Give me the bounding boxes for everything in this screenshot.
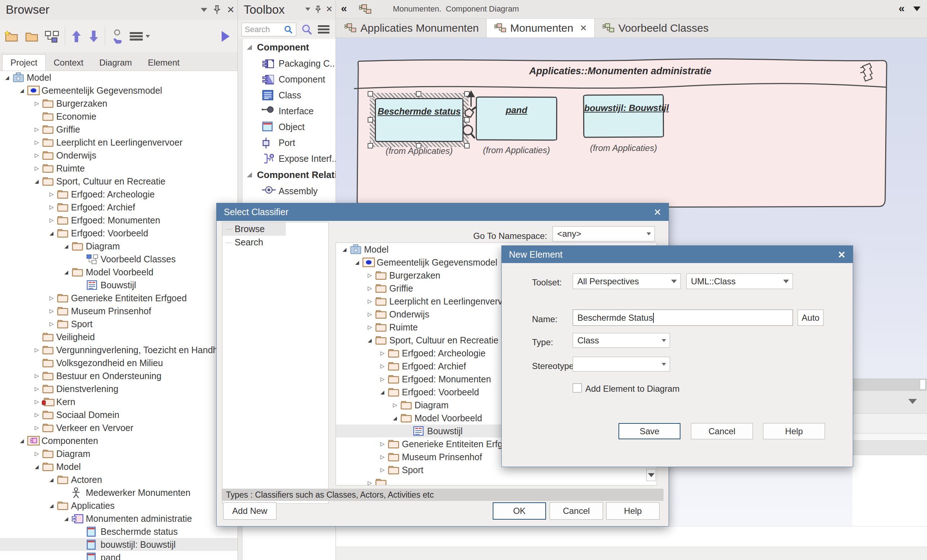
resize-handle[interactable] <box>368 143 373 149</box>
stereotype-dropdown[interactable] <box>573 357 670 372</box>
pin-icon[interactable] <box>214 5 220 14</box>
save-button[interactable]: Save <box>619 423 681 439</box>
browser-tab-element[interactable]: Element <box>140 55 187 71</box>
dialog-titlebar[interactable]: Select Classifier ✕ <box>217 203 669 221</box>
help-button[interactable]: Help <box>763 423 825 439</box>
expand-arrow-icon[interactable]: ▷ <box>366 480 373 486</box>
add-to-diagram-checkbox[interactable] <box>573 383 582 392</box>
tree-item-bouwstijl[interactable]: Bouwstijl <box>0 279 237 291</box>
tree-item-sociaal-domein[interactable]: ▷Sociaal Domein <box>0 408 237 421</box>
tree-item-medewerker-monumenten[interactable]: Medewerker Monumenten <box>0 486 237 499</box>
resize-handle[interactable] <box>464 143 470 149</box>
tree-item-applicaties[interactable]: ◢Applicaties <box>0 499 237 512</box>
tree-item-bouwstijl-bouwstijl[interactable]: bouwstijl: Bouwstijl <box>0 538 237 551</box>
expand-arrow-icon[interactable]: ▷ <box>379 467 386 473</box>
add-new-button[interactable]: Add New <box>223 502 277 520</box>
collapse-arrow-icon[interactable]: ◢ <box>18 88 26 93</box>
collapse-arrow-icon[interactable]: ◢ <box>18 438 26 444</box>
expand-arrow-icon[interactable]: ▷ <box>33 399 40 405</box>
tree-item-pand[interactable]: pand <box>0 551 237 560</box>
tree-item-kern[interactable]: ▷Kern <box>0 395 237 408</box>
expand-arrow-icon[interactable]: ▷ <box>366 285 373 291</box>
tab-close-icon[interactable]: ✕ <box>580 23 587 33</box>
cancel-button[interactable]: Cancel <box>550 502 603 520</box>
tree-item-gemeentelijk-gegevensmodel[interactable]: ◢Gemeentelijk Gegevensmodel <box>0 84 237 97</box>
collapse-arrow-icon[interactable]: ◢ <box>4 74 11 80</box>
tree-item-erfgoed-archief[interactable]: ▷Erfgoed: Archief <box>0 201 237 214</box>
tree-item-beschermde-status[interactable]: Beschermde status <box>0 525 237 538</box>
tree-item-veiligheid[interactable]: Veiligheid <box>0 331 237 343</box>
collapse-arrow-icon[interactable]: ◢ <box>366 337 373 343</box>
expand-arrow-icon[interactable]: ▷ <box>33 126 40 133</box>
tree-item-griffie[interactable]: ▷Griffie <box>0 123 237 136</box>
scrollbar-down-button[interactable] <box>646 469 656 481</box>
tree-item-model[interactable]: ◢Model <box>0 71 237 84</box>
quicklink-arrow-icon[interactable] <box>467 90 476 108</box>
hamburger-menu-icon[interactable] <box>129 30 150 42</box>
search-input[interactable]: Search <box>242 23 296 36</box>
expand-arrow-icon[interactable]: ▷ <box>379 363 386 369</box>
tree-item-diagram[interactable]: ▷Diagram <box>0 447 237 460</box>
tree-item-monumenten-administratie[interactable]: ◢Monumenten administratie <box>0 512 237 525</box>
namespace-dropdown[interactable]: <any> <box>553 226 655 241</box>
tree-item-erfgoed-voorbeeld[interactable]: ◢Erfgoed: Voorbeeld <box>0 227 237 240</box>
close-icon[interactable]: ✕ <box>326 5 333 13</box>
expand-arrow-icon[interactable]: ▷ <box>33 451 40 457</box>
tree-item[interactable]: ▷ <box>336 477 656 486</box>
dialog-titlebar[interactable]: New Element ✕ <box>502 246 853 263</box>
expand-arrow-icon[interactable]: ▷ <box>379 454 386 460</box>
expand-arrow-icon[interactable]: ▷ <box>33 100 40 107</box>
collapse-arrow-icon[interactable]: ◢ <box>391 415 399 421</box>
toolbox-item-interface[interactable]: Interface <box>243 103 336 119</box>
tree-item-erfgoed-archeologie[interactable]: ▷Erfgoed: Archeologie <box>0 188 237 201</box>
help-button[interactable]: Help <box>606 502 660 520</box>
tree-item-dienstverlening[interactable]: ▷Dienstverlening <box>0 382 237 395</box>
expand-arrow-icon[interactable]: ▷ <box>33 165 40 171</box>
chevron-down-icon[interactable] <box>305 8 310 11</box>
tree-item-volksgezondheid-en-milieu[interactable]: Volksgezondheid en Milieu <box>0 357 237 369</box>
type-dropdown[interactable]: Class <box>573 333 670 348</box>
uml-object-pand[interactable]: pand <box>476 97 557 141</box>
chevron-down-icon[interactable] <box>913 6 921 11</box>
expand-arrow-icon[interactable]: ▷ <box>48 295 55 301</box>
expand-arrow-icon[interactable]: ▷ <box>48 217 55 223</box>
browser-tab-project[interactable]: Project <box>2 55 46 71</box>
expand-arrow-icon[interactable]: ▷ <box>379 441 386 447</box>
expand-arrow-icon[interactable]: ▷ <box>366 324 373 331</box>
expand-arrow-icon[interactable]: ▷ <box>33 347 40 353</box>
tree-item-sport-cultuur-en-recreatie[interactable]: ◢Sport, Cultuur en Recreatie <box>0 175 237 188</box>
toolbox-item-component[interactable]: Component <box>243 71 336 87</box>
collapse-arrow-icon[interactable]: ◢ <box>48 477 55 483</box>
toolset-perspective-dropdown[interactable]: All Perspectives <box>573 273 681 289</box>
expand-arrow-icon[interactable]: ▷ <box>33 411 40 418</box>
close-icon[interactable]: ✕ <box>653 207 661 218</box>
tree-item-onderwijs[interactable]: ▷Onderwijs <box>0 149 237 162</box>
tree-item-actoren[interactable]: ◢Actoren <box>0 473 237 486</box>
arrow-down-icon[interactable] <box>88 29 100 44</box>
expand-arrow-icon[interactable]: ▷ <box>48 191 55 197</box>
arrow-up-icon[interactable] <box>70 29 82 44</box>
pin-icon[interactable] <box>315 5 321 13</box>
diagram-tab-applicaties-monumenten[interactable]: Applicaties Monumenten <box>337 19 486 38</box>
quicklink-zoom-icon[interactable] <box>461 124 477 140</box>
new-folder-icon[interactable] <box>4 30 19 43</box>
expand-arrow-icon[interactable]: ▷ <box>48 321 55 327</box>
collapse-arrow-icon[interactable]: ◢ <box>341 246 348 252</box>
toolbox-item-packaging-c[interactable]: Packaging C... <box>243 56 336 71</box>
collapse-right-icon[interactable]: « <box>898 3 905 14</box>
browser-tab-context[interactable]: Context <box>46 55 91 71</box>
diagram-tab-voorbeeld-classes[interactable]: Voorbeeld Classes <box>595 19 716 38</box>
tree-item-erfgoed-monumenten[interactable]: ▷Erfgoed: Monumenten <box>0 214 237 227</box>
tree-item-verkeer-en-vervoer[interactable]: ▷Verkeer en Vervoer <box>0 421 237 434</box>
close-icon[interactable]: ✕ <box>837 249 845 261</box>
expand-arrow-icon[interactable]: ▷ <box>33 139 40 146</box>
expand-arrow-icon[interactable]: ▷ <box>366 298 373 305</box>
tree-item-bestuur-en-ondersteuning[interactable]: ▷Bestuur en Ondersteuning <box>0 369 237 382</box>
cancel-button[interactable]: Cancel <box>691 423 753 439</box>
collapse-left-icon[interactable]: « <box>341 3 347 14</box>
ok-button[interactable]: OK <box>493 502 546 520</box>
expand-arrow-icon[interactable]: ▷ <box>33 152 40 159</box>
diagram-icon[interactable] <box>44 29 60 44</box>
hamburger-menu-icon[interactable] <box>317 24 330 35</box>
tree-item-burgerzaken[interactable]: ▷Burgerzaken <box>0 97 237 110</box>
